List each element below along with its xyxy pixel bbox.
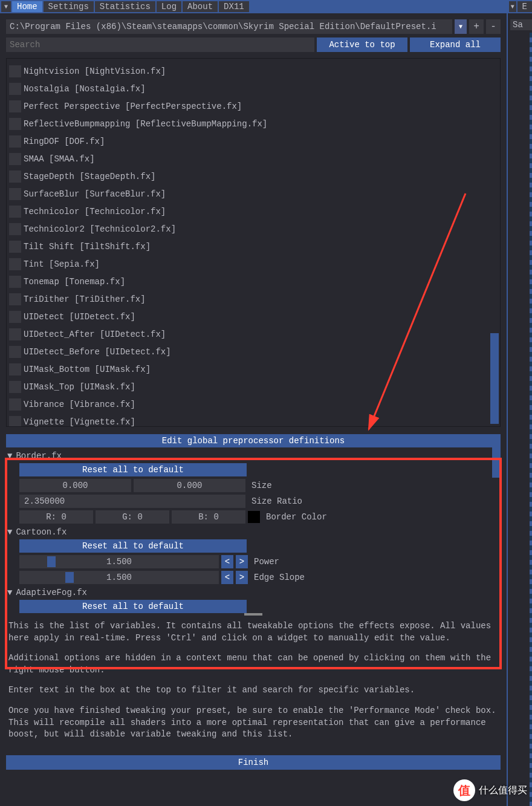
search-input[interactable] [6,37,314,52]
effect-row: UIMask_Bottom [UIMask.fx] [9,360,498,378]
border-size-y-input[interactable]: 0.000 [134,479,245,492]
effect-checkbox[interactable] [9,416,21,427]
preset-path-input[interactable]: C:\Program Files (x86)\Steam\steamapps\c… [6,19,452,34]
effect-label[interactable]: RingDOF [DOF.fx] [24,137,105,146]
active-to-top-button[interactable]: Active to top [317,37,407,52]
tabs-toggle-icon[interactable]: ▼ [1,1,11,12]
effect-label[interactable]: Technicolor2 [Technicolor2.fx] [24,224,176,234]
effect-row: UIMask_Top [UIMask.fx] [9,378,498,395]
effect-checkbox[interactable] [9,241,21,253]
effect-label[interactable]: Vibrance [Vibrance.fx] [24,400,135,409]
effect-checkbox[interactable] [9,65,21,77]
effect-label[interactable]: UIDetect [UIDetect.fx] [24,312,135,322]
tab-home[interactable]: Home [12,1,42,12]
effect-checkbox[interactable] [9,83,21,95]
remove-preset-button[interactable]: - [486,19,501,34]
effect-row: ReflectiveBumpmapping [ReflectiveBumpMap… [9,115,498,132]
tab-statistics[interactable]: Statistics [95,1,155,12]
effect-checkbox[interactable] [9,328,21,340]
tab-settings[interactable]: Settings [44,1,94,12]
cartoon-slope-inc-button[interactable]: > [236,571,248,584]
tab-dx11[interactable]: DX11 [219,1,249,12]
effect-checkbox[interactable] [9,171,21,183]
effect-checkbox[interactable] [9,153,21,165]
border-ratio-input[interactable]: 2.350000 [19,495,245,508]
effect-label[interactable]: UIDetect_After [UIDetect.fx] [24,330,166,339]
effect-label[interactable]: ReflectiveBumpmapping [ReflectiveBumpMap… [24,119,267,129]
cartoon-slope-dec-button[interactable]: < [221,571,233,584]
effect-label[interactable]: Nightvision [NightVision.fx] [24,67,166,76]
edit-global-defs-button[interactable]: Edit global preprocessor definitions [6,434,501,447]
effect-label[interactable]: UIDetect_Before [UIDetect.fx] [24,347,171,357]
tab-log[interactable]: Log [157,1,181,12]
effect-checkbox[interactable] [9,381,21,393]
effect-checkbox[interactable] [9,223,21,235]
effect-label[interactable]: SMAA [SMAA.fx] [24,154,95,164]
group-border-header[interactable]: ▼ Border.fx [6,449,501,463]
effect-label[interactable]: Nostalgia [Nostalgia.fx] [24,84,146,94]
adaptivefog-reset-button[interactable]: Reset all to default [19,600,247,613]
effect-label[interactable]: Tilt Shift [TiltShift.fx] [24,242,151,252]
group-cartoon-header[interactable]: ▼ Cartoon.fx [6,525,501,539]
tab-about[interactable]: About [183,1,218,12]
effect-checkbox[interactable] [9,398,21,411]
effect-row: Nostalgia [Nostalgia.fx] [9,80,498,97]
cartoon-slope-label: Edge Slope [254,573,305,582]
effect-checkbox[interactable] [9,135,21,148]
save-button[interactable]: Sa [510,19,532,30]
effect-checkbox[interactable] [9,293,21,305]
border-size-x-input[interactable]: 0.000 [19,479,131,492]
border-color-r-input[interactable]: R: 0 [19,510,93,524]
effect-checkbox[interactable] [9,206,21,218]
border-color-label: Border Color [266,512,327,522]
params-scrollbar[interactable] [492,447,501,478]
finish-button[interactable]: Finish [6,755,501,770]
effect-label[interactable]: UIMask_Bottom [UIMask.fx] [24,365,151,374]
cartoon-power-inc-button[interactable]: > [236,555,248,568]
cartoon-power-slider[interactable]: 1.500 [19,555,219,568]
effect-row: Nightvision [NightVision.fx] [9,62,498,80]
help-text: This is the list of variables. It contai… [0,616,507,754]
help-p4: Once you have finished tweaking your pre… [8,705,498,741]
right-tab-e[interactable]: E [517,1,532,12]
group-adaptivefog-header[interactable]: ▼ AdaptiveFog.fx [6,585,501,600]
params-resize-handle[interactable] [244,613,262,616]
cartoon-reset-button[interactable]: Reset all to default [19,539,247,553]
border-reset-button[interactable]: Reset all to default [19,463,247,476]
effect-row: SurfaceBlur [SurfaceBlur.fx] [9,185,498,203]
slider-handle[interactable] [47,556,56,567]
slider-handle[interactable] [65,572,74,583]
border-color-g-input[interactable]: G: 0 [96,510,169,524]
effect-checkbox[interactable] [9,118,21,130]
cartoon-power-dec-button[interactable]: < [221,555,233,568]
border-color-b-input[interactable]: B: 0 [172,510,245,524]
border-color-swatch[interactable] [248,511,260,523]
effect-checkbox[interactable] [9,346,21,358]
effect-checkbox[interactable] [9,100,21,112]
effect-label[interactable]: SurfaceBlur [SurfaceBlur.fx] [24,189,166,199]
effect-label[interactable]: UIMask_Top [UIMask.fx] [24,382,135,392]
effect-label[interactable]: Tint [Sepia.fx] [24,259,100,269]
preset-dropdown-icon[interactable]: ▼ [455,19,467,34]
effect-checkbox[interactable] [9,188,21,200]
help-p3: Enter text in the box at the top to filt… [8,684,498,697]
cartoon-slope-value: 1.500 [106,573,132,582]
effect-checkbox[interactable] [9,258,21,270]
effect-label[interactable]: Tonemap [Tonemap.fx] [24,277,125,287]
effect-row: RingDOF [DOF.fx] [9,132,498,150]
effect-row: Tint [Sepia.fx] [9,255,498,273]
effect-checkbox[interactable] [9,276,21,288]
expand-all-button[interactable]: Expand all [410,37,501,52]
add-preset-button[interactable]: + [469,19,484,34]
effect-checkbox[interactable] [9,311,21,323]
effect-label[interactable]: Perfect Perspective [PerfectPerspective.… [24,102,242,111]
effect-label[interactable]: TriDither [TriDither.fx] [24,294,146,304]
effect-checkbox[interactable] [9,363,21,375]
cartoon-slope-slider[interactable]: 1.500 [19,571,219,584]
border-size-label: Size [251,481,272,490]
effect-label[interactable]: StageDepth [StageDepth.fx] [24,172,155,181]
effects-scrollbar[interactable] [490,333,499,424]
right-toggle-icon[interactable]: ▼ [509,1,516,12]
effect-label[interactable]: Vignette [Vignette.fx] [24,417,135,427]
effect-label[interactable]: Technicolor [Technicolor.fx] [24,207,166,216]
